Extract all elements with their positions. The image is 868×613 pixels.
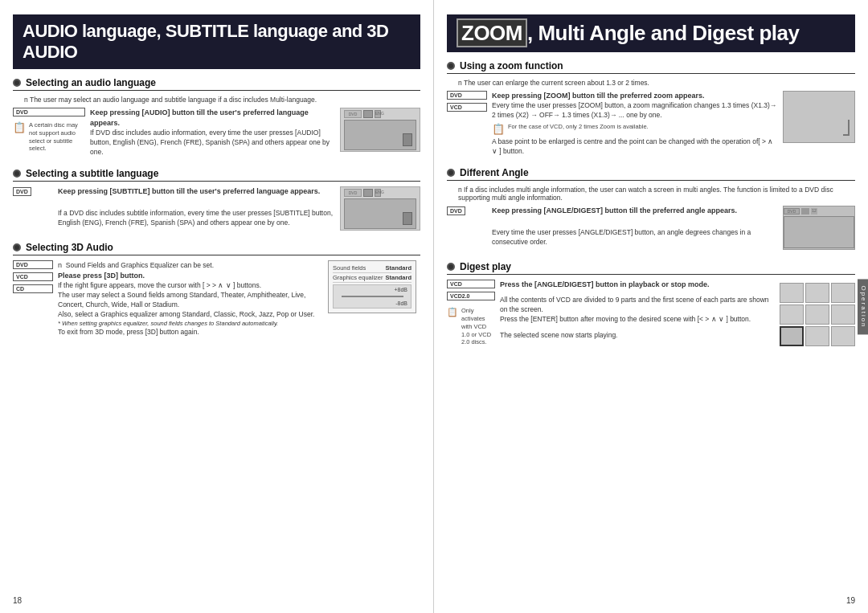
dvd-badge-subtitle: DVD: [13, 187, 31, 196]
angle-body-text: Every time the user presses [ANGLE/DIGES…: [492, 228, 778, 251]
3d-bold: Please press [3D] button.: [58, 271, 323, 281]
digest-content: Press the [ANGLE/DIGEST] button in playb…: [500, 280, 775, 346]
digest-bold: Press the [ANGLE/DIGEST] button in playb…: [500, 280, 775, 296]
digest-title: Digest play: [460, 261, 511, 272]
3d-audio-title: Selecting 3D Audio: [26, 242, 113, 253]
audio-bold: Keep pressing [AUDIO] button till the us…: [90, 108, 335, 129]
equalizer-bar: +8dB -8dB: [333, 284, 411, 309]
digest-body2: Press the [ENTER] button after moving to…: [500, 315, 775, 331]
digest-header: Digest play: [447, 261, 855, 275]
3d-body1: If the right figure appears, move the cu…: [58, 281, 323, 291]
3d-note: * When setting graphics equalizer, sound…: [58, 320, 323, 329]
section-dot-3d: [13, 243, 21, 251]
audio-language-header: Selecting an audio language: [13, 77, 420, 91]
right-page-number: 19: [846, 596, 855, 605]
audio-note: 📋 A certain disc may not support audio s…: [13, 121, 85, 153]
section-dot-digest: [447, 263, 455, 271]
subtitle-language-section: Selecting a subtitle language DVD Keep p…: [13, 168, 420, 231]
digest-cell-6: [831, 304, 855, 325]
audio-body: DVD 📋 A certain disc may not support aud…: [13, 108, 420, 157]
dvd-badge-3d: DVD: [13, 260, 53, 269]
digest-grid-container: [780, 280, 855, 346]
digest-body1: All the contents of VCD are divided to 9…: [500, 296, 775, 315]
zoom-badges: DVD VCD: [447, 91, 487, 156]
3d-body3: Also, select a Graphics equalizer among …: [58, 310, 323, 320]
zoom-header: Using a zoom function: [447, 60, 855, 74]
zoom-body: DVD VCD Keep pressing [ZOOM] button till…: [447, 91, 855, 156]
vcd-badge-digest: VCD: [447, 280, 495, 288]
left-page-title: AUDIO language, SUBTITLE language and 3D…: [13, 14, 420, 69]
vcd-badge-zoom: VCD: [447, 103, 487, 112]
digest-note-icon: 📋: [447, 307, 458, 317]
angle-title: Different Angle: [460, 167, 529, 178]
3d-badges: DVD VCD CD: [13, 260, 53, 337]
section-dot-subtitle: [13, 170, 21, 178]
operation-tab: Operation: [858, 279, 868, 334]
zoom-note-text: For the case of VCD, only 2 times Zoom i…: [508, 123, 649, 131]
zoom-body1: Every time the user presses [ZOOM] butto…: [492, 101, 778, 121]
zoom-note-icon: 📋: [492, 123, 505, 135]
audio-body-text: If DVD disc includes audio information, …: [90, 129, 335, 157]
vcd-badge-3d: VCD: [13, 272, 53, 281]
sound-fields-display: Sound fields Standard Graphics equalizer…: [328, 260, 416, 313]
digest-cell-3: [831, 283, 855, 303]
vcd20-badge-digest: VCD2.0: [447, 292, 495, 300]
zoom-note-row: 📋 For the case of VCD, only 2 times Zoom…: [492, 123, 778, 135]
digest-cell-5: [805, 304, 829, 325]
angle-image: DVD 12: [783, 206, 855, 250]
zoom-word: ZOOM: [457, 18, 527, 47]
3d-exit: To exit from 3D mode, press [3D] button …: [58, 328, 323, 337]
3d-body2: The user may select a Sound fields among…: [58, 291, 323, 310]
audio-content: Keep pressing [AUDIO] button till the us…: [90, 108, 335, 157]
audio-device-image: DVD ENG: [340, 108, 420, 152]
right-page-title: ZOOM, Multi Angle and Digest play: [447, 14, 855, 52]
angle-body: DVD Keep pressing [ANGLE/DIGEST] button …: [447, 206, 855, 250]
zoom-body2: A base point to be enlarged is centre an…: [492, 137, 778, 157]
3d-intro: n Sound Fields and Graphics Equalizer ca…: [58, 260, 323, 271]
dvd-badge-zoom: DVD: [447, 91, 487, 100]
left-title-text: AUDIO language, SUBTITLE language and 3D…: [23, 21, 389, 62]
digest-cell-2: [805, 283, 829, 303]
audio-language-section: Selecting an audio language The user may…: [13, 77, 420, 157]
angle-intro: If a disc includes multi angle informati…: [447, 186, 855, 202]
audio-note-text: A certain disc may not support audio sel…: [29, 121, 85, 153]
section-dot-angle: [447, 169, 455, 177]
digest-body3: The selected scene now starts playing.: [500, 331, 775, 347]
right-page: ZOOM, Multi Angle and Digest play Using …: [434, 0, 868, 613]
audio-language-title: Selecting an audio language: [26, 77, 156, 88]
3d-body: DVD VCD CD n Sound Fields and Graphics E…: [13, 260, 420, 337]
zoom-intro: The user can enlarge the current screen …: [447, 79, 855, 87]
digest-cell-8: [805, 326, 829, 346]
cd-badge-3d: CD: [13, 284, 53, 293]
zoom-title: Using a zoom function: [460, 60, 563, 72]
3d-audio-section: Selecting 3D Audio DVD VCD CD n Sound Fi…: [13, 242, 420, 337]
angle-header: Different Angle: [447, 167, 855, 181]
sound-row-2: Graphics equalizer Standard: [333, 273, 411, 283]
digest-body: VCD VCD2.0 📋 Only activates with VCD 1.0…: [447, 280, 855, 346]
manual-spread: AUDIO language, SUBTITLE language and 3D…: [0, 0, 868, 613]
zoom-bold: Keep pressing [ZOOM] button till the pre…: [492, 91, 778, 101]
digest-cell-7: [780, 326, 804, 346]
subtitle-body-text: If a DVD disc includes subtitle informat…: [58, 209, 335, 231]
3d-audio-header: Selecting 3D Audio: [13, 242, 420, 255]
subtitle-language-title: Selecting a subtitle language: [26, 168, 158, 179]
digest-cell-4: [780, 304, 804, 325]
3d-intro-icon: n: [58, 261, 62, 269]
left-page-number: 18: [13, 596, 22, 605]
digest-note: 📋 Only activates with VCD 1.0 or VCD 2.0…: [447, 307, 495, 346]
dvd-badge-audio: DVD: [13, 108, 85, 116]
digest-cell-1: [780, 283, 804, 303]
zoom-section: Using a zoom function The user can enlar…: [447, 60, 855, 156]
digest-section: Digest play VCD VCD2.0 📋 Only activates …: [447, 261, 855, 346]
digest-grid: [780, 283, 855, 346]
zoom-image-container: [783, 91, 855, 156]
angle-content: Keep pressing [ANGLE/DIGEST] button till…: [492, 206, 778, 250]
angle-badge-col: DVD: [447, 206, 487, 250]
subtitle-body: DVD Keep pressing [SUBTITLE] button till…: [13, 186, 420, 231]
subtitle-bold: Keep pressing [SUBTITLE] button till the…: [58, 186, 335, 209]
subtitle-device-image: DVD ENG: [340, 186, 420, 231]
sound-row-1: Sound fields Standard: [333, 264, 411, 273]
section-dot-audio: [13, 79, 21, 87]
3d-content: n Sound Fields and Graphics Equalizer ca…: [58, 260, 323, 337]
note-icon-audio: 📋: [13, 121, 26, 133]
